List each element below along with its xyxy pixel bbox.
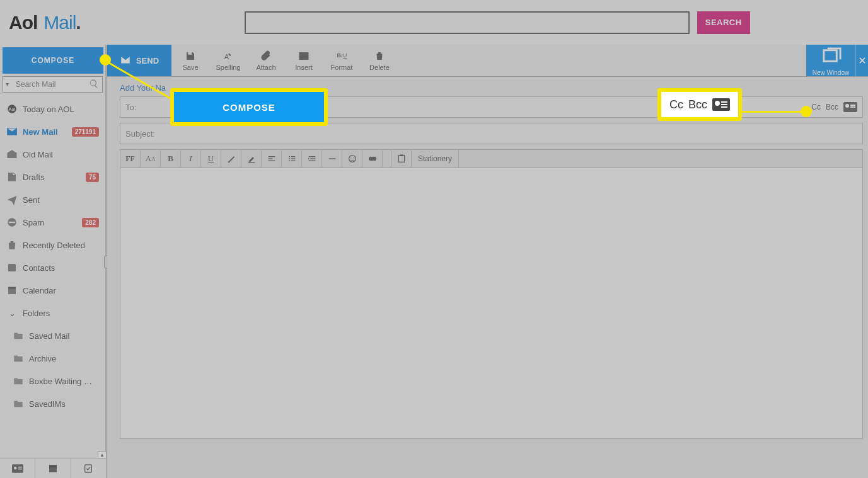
stationery-icon[interactable] (391, 150, 412, 168)
nav-old-mail[interactable]: Old Mail (0, 143, 105, 166)
tool-label: Save (182, 64, 198, 71)
delete-button[interactable]: Delete (361, 45, 398, 76)
new-window-label: New Window (813, 69, 849, 76)
svg-text:B: B (337, 52, 342, 58)
svg-rect-34 (328, 158, 335, 159)
folder-label: SavedIMs (29, 399, 99, 409)
save-button[interactable]: Save (171, 45, 209, 76)
font-size-button[interactable]: AA (141, 150, 161, 168)
footer-contacts-icon[interactable] (0, 458, 35, 478)
font-family-button[interactable]: FF (120, 150, 141, 168)
callout-dot-ccbcc (801, 106, 812, 117)
editor-toolbar: FF AA B I U Stationery (120, 149, 863, 168)
nav-calendar[interactable]: Calendar (0, 279, 105, 302)
svg-rect-31 (308, 156, 315, 157)
cc-toggle[interactable]: Cc (811, 103, 821, 111)
nav-label: Drafts (23, 173, 86, 182)
nav-spam[interactable]: Spam 282 (0, 211, 105, 234)
align-button[interactable] (262, 150, 282, 168)
pencil-doc-icon (6, 171, 18, 183)
bold-button[interactable]: B (161, 150, 181, 168)
search-mail-wrap: ▸ (3, 76, 103, 93)
link-button[interactable] (362, 150, 383, 168)
bcc-toggle[interactable]: Bcc (826, 103, 838, 111)
nav-today-on-aol[interactable]: Aol Today on AOL (0, 98, 105, 120)
insert-button[interactable]: Insert (285, 45, 323, 76)
footer-tasks-icon[interactable] (71, 458, 106, 478)
callout-dot-compose (100, 54, 111, 65)
to-label: To: (125, 103, 136, 112)
callout-bcc-label: Bcc (688, 98, 707, 111)
subject-input[interactable] (158, 129, 857, 139)
underline-button[interactable]: U (201, 150, 221, 168)
svg-rect-10 (18, 469, 21, 470)
toolbar-spacer (398, 45, 806, 76)
highlight-button[interactable] (241, 150, 262, 168)
nav-drafts[interactable]: Drafts 75 (0, 166, 105, 188)
svg-rect-30 (291, 161, 295, 161)
nav-label: Contacts (23, 263, 99, 273)
svg-rect-20 (823, 50, 836, 62)
folder-savedims[interactable]: SavedIMs (0, 392, 105, 415)
nav-sent[interactable]: Sent (0, 188, 105, 211)
svg-point-29 (289, 160, 290, 161)
badge: 75 (86, 173, 99, 182)
send-button[interactable]: SEND (107, 45, 171, 76)
nav-recently-deleted[interactable]: Recently Deleted (0, 234, 105, 256)
spelling-button[interactable]: A Spelling (209, 45, 247, 76)
nav-label: Recently Deleted (23, 241, 99, 250)
text-color-button[interactable] (221, 150, 241, 168)
footer-calendar-icon[interactable] (35, 458, 71, 478)
no-entry-icon (6, 217, 18, 228)
bullet-list-button[interactable] (282, 150, 302, 168)
nav-contacts[interactable]: Contacts (0, 256, 105, 279)
folder-boxbe[interactable]: Boxbe Waiting … (0, 370, 105, 392)
subject-field[interactable]: Subject: (120, 123, 863, 144)
sidebar-footer: ▲ (0, 458, 106, 478)
format-button[interactable]: B/U Format (323, 45, 361, 76)
folder-archive[interactable]: Archive (0, 347, 105, 370)
folders-label: Folders (23, 309, 99, 318)
search-mail-input[interactable] (3, 76, 103, 93)
svg-rect-21 (248, 162, 255, 162)
compose-button[interactable]: COMPOSE (3, 47, 103, 74)
tool-label: Insert (295, 64, 313, 71)
nav-label: New Mail (23, 127, 72, 137)
search-button[interactable]: SEARCH (697, 11, 750, 34)
global-search-input[interactable] (245, 11, 690, 34)
svg-rect-32 (310, 158, 315, 159)
indent-button[interactable] (302, 150, 322, 168)
tool-label: Attach (256, 64, 275, 71)
folders-toggle[interactable]: ⌄ Folders (0, 302, 105, 324)
close-compose-button[interactable] (855, 45, 868, 76)
collapse-sidebar-icon[interactable]: ▲ (98, 451, 107, 458)
nav-label: Sent (23, 195, 99, 205)
search-icon[interactable] (89, 79, 99, 89)
logo-mail: Mail (43, 12, 76, 33)
hr-button[interactable] (322, 150, 342, 168)
editor-body[interactable] (120, 168, 863, 439)
new-window-button[interactable]: New Window (806, 45, 855, 76)
tool-label: Delete (369, 64, 390, 71)
subject-label: Subject: (125, 129, 155, 139)
nav-new-mail[interactable]: New Mail 271191 (0, 120, 105, 143)
svg-rect-13 (85, 465, 92, 472)
svg-rect-23 (268, 158, 272, 159)
folder-saved-mail[interactable]: Saved Mail (0, 324, 105, 347)
nav-list: Aol Today on AOL New Mail 271191 Old Mai… (0, 98, 105, 415)
callout-ccbcc: Cc Bcc (657, 88, 742, 121)
svg-rect-39 (400, 154, 403, 156)
callout-line-ccbcc (742, 111, 804, 113)
logo-dot: . (76, 12, 80, 33)
svg-text:U: U (343, 53, 347, 59)
folder-icon (13, 398, 24, 409)
attach-button[interactable]: Attach (247, 45, 285, 76)
trash-icon (6, 239, 18, 251)
svg-point-8 (14, 467, 17, 470)
italic-button[interactable]: I (181, 150, 201, 168)
chevron-down-icon[interactable]: ▸ (4, 83, 11, 86)
stationery-button[interactable]: Stationery (412, 150, 459, 168)
address-book-icon[interactable] (843, 102, 857, 112)
compose-toolbar: SEND Save A Spelling Attach Insert B/U F… (107, 45, 868, 77)
emoticon-button[interactable] (342, 150, 362, 168)
